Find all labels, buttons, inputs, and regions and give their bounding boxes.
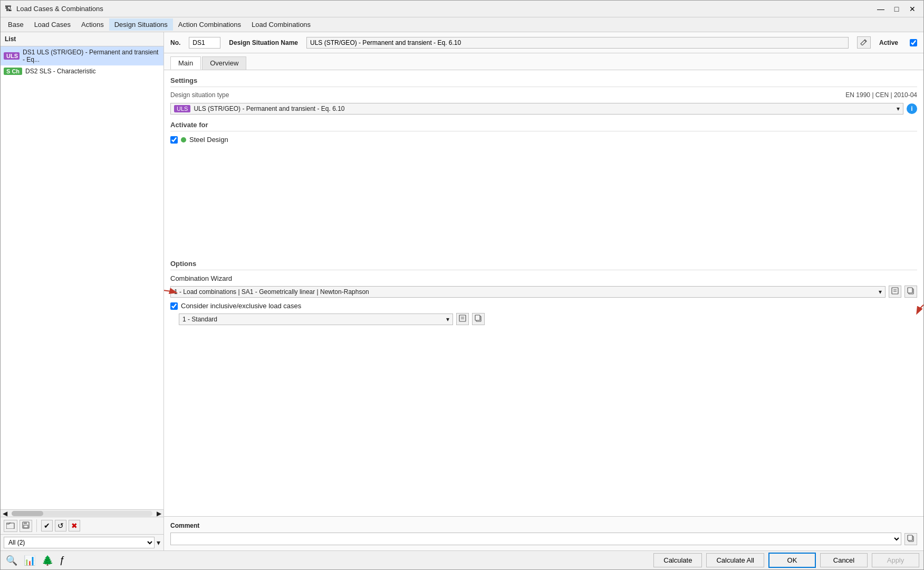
left-panel: List ULS DS1 ULS (STR/GEO) - Permanent a… [1,32,164,550]
filter-select[interactable]: All (2) [4,537,155,548]
folder-btn[interactable] [4,520,17,532]
title-bar: 🏗 Load Cases & Combinations — □ ✕ [1,1,923,17]
settings-title: Settings [170,77,917,87]
scroll-track [12,511,152,516]
menu-bar: Base Load Cases Actions Design Situation… [1,17,923,32]
formula-btn[interactable]: ƒ [59,554,66,567]
combo-wizard-label: Combination Wizard [170,274,232,282]
save-btn[interactable] [20,520,32,532]
maximize-button[interactable]: □ [890,4,903,14]
ds-standard-value: EN 1990 | CEN | 2010-04 [845,91,917,99]
cancel-button[interactable]: Cancel [820,553,868,567]
standard-edit-btn[interactable] [456,313,469,325]
settings-section: Settings Design situation type EN 1990 |… [170,77,917,115]
scroll-right-btn[interactable]: ▶ [155,510,163,517]
annotation-1-arrow [164,284,181,300]
standard-section: 2 1 - Standard ▾ [170,313,917,325]
list-item-label: DS1 ULS (STR/GEO) - Permanent and transi… [23,49,160,63]
combo-wizard-dropdown-arrow: ▾ [879,288,882,296]
comment-copy-btn[interactable] [904,533,917,545]
calculate-all-button[interactable]: Calculate All [706,553,764,567]
ds-edit-button[interactable] [857,36,871,49]
check-btn[interactable]: ✔ [41,520,53,531]
combo-wizard-value: 1 - Load combinations | SA1 - Geometrica… [174,288,369,296]
window-controls: — □ ✕ [874,4,919,14]
scroll-thumb[interactable] [12,511,43,516]
tab-overview[interactable]: Overview [202,56,246,70]
uncheck-btn[interactable]: ↺ [55,520,66,531]
list-filter: All (2) ▾ [1,534,163,550]
list-item[interactable]: S Ch DS2 SLS - Characteristic [1,65,163,77]
steel-design-checkbox[interactable] [170,136,178,144]
comment-row [170,533,917,545]
green-status-dot [181,137,186,142]
grid-btn[interactable]: 📊 [23,554,36,567]
minimize-button[interactable]: — [874,4,888,14]
combo-wizard-copy-btn[interactable] [904,286,917,298]
filter-dropdown-icon[interactable]: ▾ [157,538,160,547]
status-bar: 🔍 📊 🌲 ƒ Calculate Calculate All OK Cance… [1,550,923,569]
main-content: List ULS DS1 ULS (STR/GEO) - Permanent a… [1,32,923,550]
comment-dropdown[interactable] [170,533,901,545]
search-btn[interactable]: 🔍 [5,554,18,567]
uls-badge: ULS [4,52,20,60]
active-checkbox[interactable] [910,39,917,46]
incl-excl-checkbox[interactable] [170,302,178,310]
steel-design-label: Steel Design [189,136,228,144]
svg-rect-16 [908,535,912,540]
menu-design-situations[interactable]: Design Situations [109,18,173,31]
ds-header: No. Design Situation Name Active [164,32,923,53]
svg-rect-9 [908,288,912,293]
menu-load-cases[interactable]: Load Cases [29,18,76,31]
ds-type-dropdown[interactable]: ULS ULS (STR/GEO) - Permanent and transi… [170,103,903,115]
annotation-2-wrapper: 2 [912,297,923,320]
main-section: Settings Design situation type EN 1990 |… [164,70,923,516]
combo-wizard-label-row: Combination Wizard [170,274,917,282]
incl-excl-row: Consider inclusive/exclusive load cases [170,302,917,310]
sch-badge: S Ch [4,68,22,75]
activate-for-section: Activate for Steel Design [170,121,917,144]
right-panel: No. Design Situation Name Active Main Ov… [164,32,923,550]
list-item[interactable]: ULS DS1 ULS (STR/GEO) - Permanent and tr… [1,46,163,65]
inner-tab-bar: Main Overview [164,53,923,70]
horizontal-scrollbar[interactable]: ◀ ▶ [1,509,163,517]
menu-actions[interactable]: Actions [76,18,109,31]
ds-type-dropdown-text: ULS (STR/GEO) - Permanent and transient … [194,105,344,112]
options-title: Options [170,260,917,270]
svg-rect-5 [892,288,898,294]
tree-btn[interactable]: 🌲 [41,554,54,567]
calculate-button[interactable]: Calculate [653,553,702,567]
svg-rect-3 [24,525,28,528]
menu-action-combinations[interactable]: Action Combinations [173,18,246,31]
standard-value: 1 - Standard [182,316,217,323]
app-icon: 🏗 [5,5,13,13]
dropdown-arrow-icon: ▾ [897,105,900,112]
info-button[interactable]: i [907,103,917,114]
spacer [170,150,917,255]
list-toolbar: ✔ ↺ ✖ [1,517,163,534]
apply-button[interactable]: Apply [872,553,919,567]
window-title: Load Cases & Combinations [16,5,874,13]
list-header: List [1,32,163,46]
annotation-2-arrow [912,297,923,318]
delete-btn[interactable]: ✖ [69,520,80,531]
standard-dropdown[interactable]: 1 - Standard ▾ [179,314,453,325]
list-items: ULS DS1 ULS (STR/GEO) - Permanent and tr… [1,46,163,509]
ds-type-select-row: ULS ULS (STR/GEO) - Permanent and transi… [170,103,917,115]
scroll-left-btn[interactable]: ◀ [1,510,9,517]
combo-wizard-input-row: 1 - Load combinations | SA1 - Geometrica… [170,286,917,298]
standard-copy-btn[interactable] [472,313,485,325]
combo-wizard-edit-btn[interactable] [889,286,901,298]
ok-button[interactable]: OK [768,553,816,568]
menu-base[interactable]: Base [3,18,29,31]
options-section: Options Combination Wizard 1 [170,260,917,325]
ds-no-input[interactable] [189,37,220,49]
close-button[interactable]: ✕ [906,4,919,14]
no-label: No. [170,39,180,46]
menu-load-combinations[interactable]: Load Combinations [246,18,316,31]
combo-wizard-dropdown[interactable]: 1 - Load combinations | SA1 - Geometrica… [170,286,886,298]
svg-rect-2 [24,522,27,524]
tab-main[interactable]: Main [170,56,201,70]
ds-name-input[interactable] [306,37,849,49]
list-item-label: DS2 SLS - Characteristic [25,68,95,75]
